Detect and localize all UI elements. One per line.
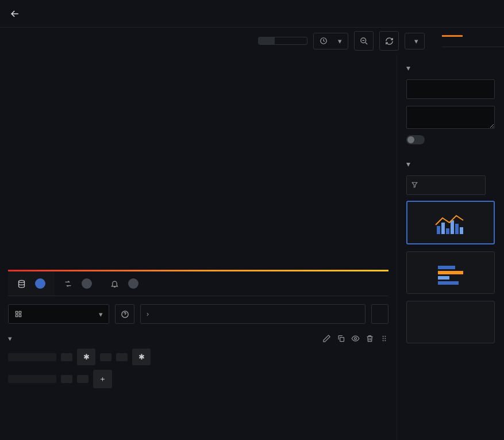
- svg-rect-21: [438, 281, 459, 285]
- pencil-icon[interactable]: [322, 334, 331, 343]
- fit-mode-segment: [258, 37, 307, 45]
- clock-icon: [320, 37, 328, 45]
- refresh-interval-picker[interactable]: ▾: [405, 33, 425, 49]
- zoom-out-button[interactable]: [354, 31, 374, 51]
- svg-point-5: [355, 338, 357, 340]
- svg-rect-17: [460, 227, 463, 234]
- heatmap-icon: [434, 312, 467, 335]
- right-tabs: [442, 35, 504, 47]
- tab-field[interactable]: [463, 35, 483, 47]
- settings-section-toggle[interactable]: ▾: [406, 63, 495, 72]
- chevron-down-icon[interactable]: ▾: [8, 334, 12, 343]
- query-options-bar[interactable]: ›: [140, 304, 366, 324]
- chevron-down-icon: ▾: [406, 159, 410, 169]
- svg-rect-18: [438, 266, 455, 269]
- back-arrow-icon[interactable]: [9, 8, 21, 20]
- tab-panel[interactable]: [442, 35, 463, 47]
- fit-exact[interactable]: [291, 37, 307, 44]
- svg-point-7: [384, 336, 386, 337]
- svg-rect-13: [441, 223, 445, 234]
- datasource-help-button[interactable]: [115, 304, 134, 324]
- chevron-down-icon: ▾: [406, 63, 410, 72]
- svg-rect-19: [438, 271, 463, 274]
- drag-handle-icon[interactable]: [380, 334, 388, 343]
- zoom-out-icon: [360, 37, 368, 45]
- function-tag[interactable]: [61, 375, 72, 383]
- viz-card-bargauge[interactable]: [406, 251, 495, 294]
- help-icon: [121, 310, 129, 319]
- svg-point-8: [383, 338, 384, 339]
- viz-card-heatmap[interactable]: [406, 301, 495, 343]
- trash-icon[interactable]: [366, 334, 374, 343]
- visualization-section-toggle[interactable]: ▾: [406, 159, 495, 169]
- datasource-select[interactable]: ▾: [8, 304, 109, 324]
- add-function-button[interactable]: ＋: [93, 370, 112, 388]
- chart-area[interactable]: [8, 67, 388, 257]
- bargauge-icon: [433, 262, 468, 285]
- viz-card-graph[interactable]: [406, 201, 495, 244]
- tab-query[interactable]: [8, 271, 55, 296]
- tab-transform[interactable]: [55, 271, 101, 296]
- chevron-down-icon: ▾: [414, 37, 418, 45]
- series-tag[interactable]: [100, 353, 111, 361]
- svg-rect-12: [437, 226, 440, 234]
- svg-point-9: [384, 338, 386, 339]
- filter-icon: [411, 181, 418, 189]
- alert-count-badge: [128, 278, 138, 289]
- transform-count-badge: [82, 278, 92, 289]
- svg-rect-15: [451, 220, 454, 234]
- transparent-toggle[interactable]: [406, 135, 425, 144]
- chevron-down-icon: ▾: [338, 37, 342, 45]
- query-inspector-button[interactable]: [371, 304, 388, 324]
- functions-row: ＋: [8, 370, 388, 388]
- fit-fit[interactable]: [275, 37, 291, 44]
- svg-point-11: [384, 340, 386, 341]
- functions-label: [8, 375, 56, 383]
- description-input[interactable]: [406, 106, 495, 129]
- chevron-right-icon: ›: [147, 310, 149, 318]
- series-tag[interactable]: [61, 353, 72, 361]
- database-icon: [17, 280, 26, 288]
- query-section-tabs: [8, 271, 388, 296]
- svg-rect-20: [438, 276, 449, 280]
- time-range-picker[interactable]: ▾: [313, 33, 348, 49]
- tab-alert[interactable]: [101, 271, 148, 296]
- bell-icon: [110, 280, 119, 288]
- fit-fill[interactable]: [259, 37, 275, 44]
- copy-icon[interactable]: [337, 334, 345, 343]
- tab-overrides[interactable]: [483, 35, 504, 47]
- graph-icon: [433, 212, 468, 235]
- eye-icon[interactable]: [351, 334, 360, 343]
- chevron-down-icon: ▾: [99, 310, 103, 319]
- datasource-icon: [14, 310, 22, 318]
- svg-rect-14: [446, 228, 449, 234]
- svg-point-6: [383, 336, 384, 337]
- refresh-icon: [385, 37, 394, 45]
- series-row: ✱ ✱: [8, 349, 388, 365]
- function-tag[interactable]: [77, 375, 89, 383]
- series-wildcard[interactable]: ✱: [132, 349, 151, 365]
- svg-point-10: [383, 340, 384, 341]
- series-tag[interactable]: [116, 353, 128, 361]
- svg-point-2: [19, 280, 25, 282]
- query-count-badge: [35, 278, 45, 289]
- refresh-button[interactable]: [379, 31, 399, 51]
- svg-rect-16: [455, 224, 459, 234]
- svg-rect-4: [340, 338, 344, 342]
- panel-title-input[interactable]: [406, 79, 495, 99]
- series-label: [8, 353, 56, 361]
- transform-icon: [64, 280, 72, 288]
- series-wildcard[interactable]: ✱: [77, 349, 95, 365]
